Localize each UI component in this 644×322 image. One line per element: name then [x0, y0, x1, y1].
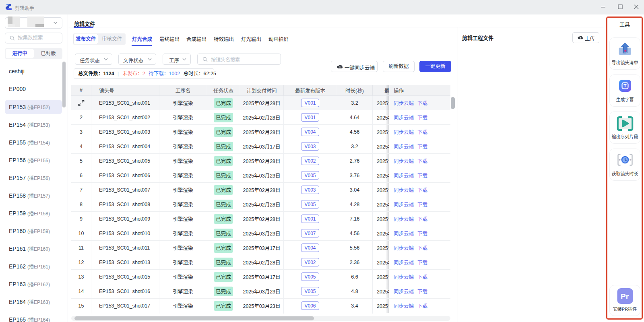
svg-text:Pr: Pr: [621, 292, 629, 301]
